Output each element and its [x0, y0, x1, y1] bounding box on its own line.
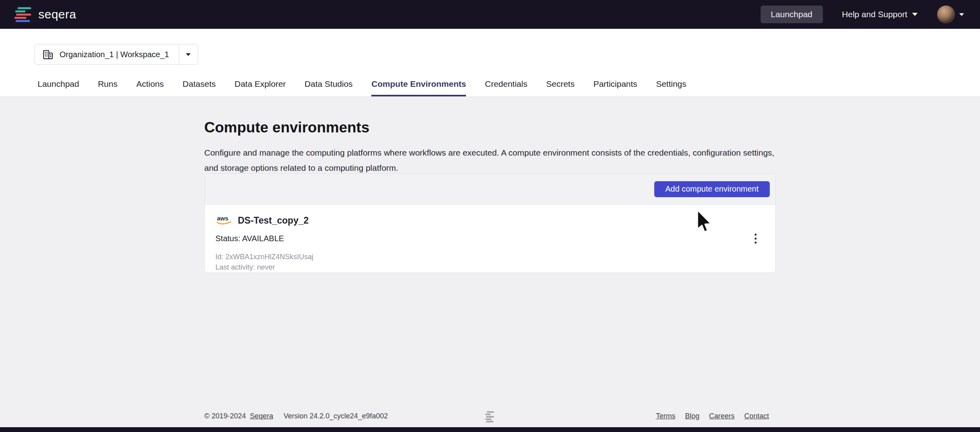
- seqera-logo-icon: [14, 7, 33, 22]
- environment-last-activity-line: Last activity: never: [215, 262, 764, 272]
- top-navbar: seqera Launchpad Help and Support: [0, 0, 980, 29]
- environment-id: 2xWBA1xznHlZ4NSksIUsaj: [225, 253, 313, 261]
- compute-environment-row: aws DS-Test_copy_2 Status: AVAILABLE Id:…: [205, 205, 775, 272]
- bottom-bar: [0, 427, 980, 432]
- chevron-down-icon: [186, 53, 191, 56]
- footer-link-terms[interactable]: Terms: [656, 412, 675, 420]
- environment-meta: Id: 2xWBA1xznHlZ4NSksIUsaj Last activity…: [215, 252, 764, 272]
- workspace-selector[interactable]: Organization_1 | Workspace_1: [34, 44, 198, 65]
- chevron-down-icon: [912, 13, 918, 16]
- brand[interactable]: seqera: [14, 7, 76, 22]
- copyright-text: © 2019-2024: [204, 412, 246, 420]
- avatar[interactable]: [937, 5, 955, 24]
- panel-toolbar: Add compute environment: [205, 174, 775, 205]
- footer-copyright: © 2019-2024 Seqera Version 24.2.0_cycle2…: [204, 412, 388, 420]
- add-compute-environment-button[interactable]: Add compute environment: [654, 181, 770, 197]
- footer-links: Terms Blog Careers Contact: [656, 412, 769, 420]
- launchpad-button[interactable]: Launchpad: [761, 6, 823, 23]
- version-text: Version 24.2.0_cycle24_e9fa002: [283, 412, 388, 420]
- tab-data-explorer[interactable]: Data Explorer: [235, 73, 286, 96]
- status-label: Status:: [215, 234, 240, 243]
- workspace-selector-label: Organization_1 | Workspace_1: [60, 50, 169, 59]
- environment-status: Status: AVAILABLE: [215, 234, 764, 243]
- tab-participants[interactable]: Participants: [594, 73, 637, 96]
- tab-actions[interactable]: Actions: [136, 73, 164, 96]
- tab-runs[interactable]: Runs: [98, 73, 118, 96]
- seqera-footer-mark-icon: [485, 411, 495, 422]
- svg-text:aws: aws: [217, 215, 228, 222]
- footer-link-contact[interactable]: Contact: [744, 412, 769, 420]
- tab-compute-environments[interactable]: Compute Environments: [371, 73, 466, 96]
- environment-id-line: Id: 2xWBA1xznHlZ4NSksIUsaj: [215, 252, 764, 262]
- row-options-kebab-button[interactable]: [747, 229, 763, 248]
- help-and-support-menu[interactable]: Help and Support: [842, 10, 918, 19]
- organization-icon: [42, 48, 54, 60]
- environment-last-activity: never: [257, 263, 275, 271]
- brand-name: seqera: [38, 8, 76, 21]
- seqera-footer-link[interactable]: Seqera: [250, 412, 273, 420]
- tab-launchpad[interactable]: Launchpad: [38, 73, 79, 96]
- aws-icon: aws: [215, 214, 233, 226]
- tab-settings[interactable]: Settings: [656, 73, 686, 96]
- environment-name[interactable]: DS-Test_copy_2: [238, 215, 309, 226]
- page-description: Configure and manage the computing platf…: [204, 145, 777, 176]
- workspace-selector-toggle[interactable]: [179, 44, 198, 64]
- subheader-band: Organization_1 | Workspace_1 Launchpad R…: [0, 29, 980, 97]
- status-value: AVAILABLE: [242, 234, 284, 243]
- user-menu[interactable]: [937, 5, 964, 24]
- help-and-support-label: Help and Support: [842, 10, 907, 19]
- chevron-down-icon: [959, 13, 964, 16]
- page-title: Compute environments: [204, 119, 369, 136]
- tab-secrets[interactable]: Secrets: [546, 73, 574, 96]
- footer-link-careers[interactable]: Careers: [709, 412, 735, 420]
- workspace-tabs: Launchpad Runs Actions Datasets Data Exp…: [38, 73, 686, 96]
- tab-data-studios[interactable]: Data Studios: [305, 73, 353, 96]
- footer-link-blog[interactable]: Blog: [685, 412, 699, 420]
- tab-datasets[interactable]: Datasets: [183, 73, 216, 96]
- app-window: seqera Launchpad Help and Support: [0, 0, 980, 432]
- tab-credentials[interactable]: Credentials: [485, 73, 527, 96]
- compute-environments-panel: Add compute environment aws DS-Test_copy…: [204, 173, 776, 273]
